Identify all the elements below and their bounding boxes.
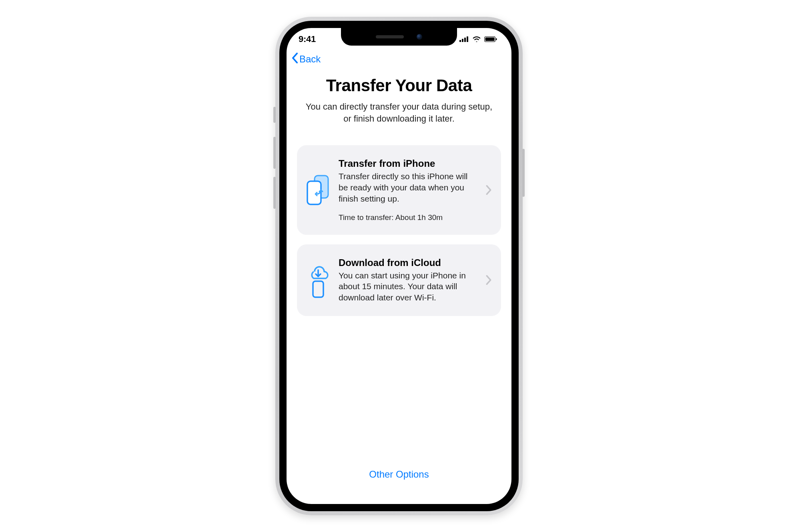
cellular-icon (459, 34, 469, 44)
hero-section: Transfer Your Data You can directly tran… (287, 68, 511, 132)
back-button[interactable]: Back (291, 52, 321, 66)
volume-up-button (273, 137, 276, 169)
device-bezel: 9:41 (279, 21, 519, 511)
page-subtitle: You can directly transfer your data duri… (298, 101, 500, 124)
card-title: Transfer from iPhone (339, 158, 477, 169)
wifi-icon (472, 34, 481, 44)
iphone-transfer-icon (306, 174, 331, 206)
icloud-download-icon (306, 262, 331, 298)
speaker-grill (376, 35, 404, 38)
back-label: Back (299, 54, 321, 65)
device-frame: 9:41 (275, 17, 523, 515)
device-screen: 9:41 (287, 28, 511, 504)
chevron-right-icon (485, 275, 492, 285)
battery-icon (484, 34, 497, 44)
status-time: 9:41 (299, 34, 316, 44)
volume-down-button (273, 177, 276, 209)
transfer-time-meta: Time to transfer: About 1h 30m (339, 213, 477, 222)
svg-rect-10 (313, 281, 323, 297)
mute-switch (273, 107, 276, 123)
power-button (522, 149, 525, 197)
svg-rect-6 (496, 38, 497, 40)
stage: 9:41 (0, 0, 798, 532)
svg-rect-1 (462, 39, 463, 42)
nav-bar: Back (287, 50, 511, 68)
page-title: Transfer Your Data (298, 76, 500, 95)
svg-rect-5 (485, 38, 495, 41)
transfer-from-iphone-card[interactable]: Transfer from iPhone Transfer directly s… (297, 145, 501, 234)
front-camera (417, 34, 422, 40)
chevron-left-icon (291, 52, 299, 66)
other-options-link[interactable]: Other Options (369, 469, 429, 480)
chevron-right-icon (485, 185, 492, 195)
footer: Other Options (287, 469, 511, 504)
download-from-icloud-card[interactable]: Download from iCloud You can start using… (297, 244, 501, 316)
svg-rect-2 (464, 38, 466, 42)
card-desc: Transfer directly so this iPhone will be… (339, 171, 477, 204)
card-title: Download from iCloud (339, 257, 477, 268)
card-desc: You can start using your iPhone in about… (339, 270, 477, 303)
device-notch (341, 28, 457, 46)
svg-rect-0 (459, 40, 461, 42)
transfer-options: Transfer from iPhone Transfer directly s… (287, 132, 511, 316)
svg-rect-3 (467, 36, 468, 42)
